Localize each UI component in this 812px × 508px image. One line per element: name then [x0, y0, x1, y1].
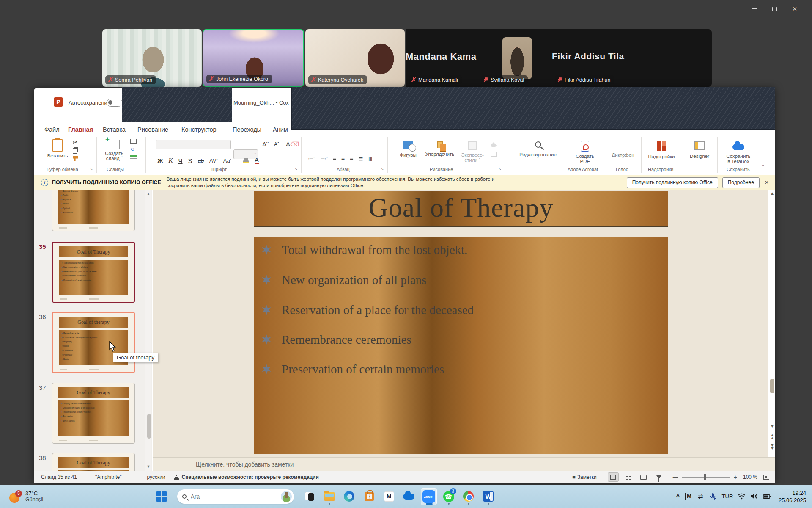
weather-widget[interactable]: 5 37°C Güneşli [9, 490, 43, 503]
volume-icon[interactable] [749, 490, 760, 503]
terabox-save-button[interactable]: Сохранить в TeraBox [721, 141, 756, 164]
search-box[interactable] [177, 489, 294, 504]
slide-content-box[interactable]: Total withdrawal from the lost objekt. N… [254, 237, 668, 454]
slide-layout-icon[interactable] [130, 139, 137, 144]
video-tile-mandana[interactable]: Mandana Kamali Mandana Kamali [406, 29, 477, 87]
video-tile-semra[interactable]: Semra Pehlivan [102, 29, 202, 87]
video-tile-john[interactable]: John Ekemezie Okoro [203, 29, 304, 87]
dialog-launcher-icon[interactable]: ↘ [90, 167, 93, 171]
strikethrough-button[interactable]: S [188, 157, 192, 164]
taskbar-item-edge[interactable] [341, 488, 357, 505]
clear-format-icon[interactable]: A⌫ [286, 141, 299, 148]
taskbar-item-m-app[interactable]: M [381, 488, 397, 505]
italic-button[interactable]: К [169, 157, 173, 164]
zoom-in-button[interactable]: + [734, 474, 737, 480]
paste-button[interactable]: Вставить ˇ [46, 138, 69, 163]
taskbar-item-zoom[interactable]: zoom [421, 488, 437, 505]
tab-file[interactable]: Файл [44, 125, 60, 134]
taskbar-item-chrome[interactable] [461, 488, 477, 505]
taskbar-item-whatsapp[interactable]: ☎ 3 [441, 488, 457, 505]
quick-styles-button[interactable]: Экспресс- стили ˇ [458, 141, 487, 163]
tab-home[interactable]: Главная [68, 125, 93, 134]
taskbar-item-onedrive[interactable] [401, 488, 417, 505]
notes-toggle[interactable]: Заметки [577, 474, 597, 480]
dictate-button[interactable]: Диктофон ˇ [607, 141, 639, 162]
notes-pane[interactable]: Щелкните, чтобы добавить заметки [153, 457, 775, 471]
tray-settings-icon[interactable]: ⇄ [695, 490, 706, 503]
taskbar-item-word[interactable]: W [480, 488, 497, 505]
zoom-level[interactable]: 100 % [743, 474, 757, 480]
highlight-button[interactable] [243, 158, 249, 163]
character-spacing-button[interactable]: AVˇ [209, 157, 218, 164]
wifi-icon[interactable] [736, 490, 747, 503]
previous-slide-button[interactable]: ▲▲ [769, 433, 775, 439]
zoom-slider[interactable] [682, 477, 730, 478]
autosave-toggle[interactable] [107, 99, 123, 107]
minimize-button[interactable] [747, 3, 761, 14]
bullets-icon[interactable]: ≔ˇ [308, 156, 315, 163]
learn-more-button[interactable]: Подробнее [722, 177, 760, 188]
taskbar-item-file-explorer[interactable] [321, 488, 337, 505]
battery-icon[interactable] [762, 490, 773, 503]
search-input[interactable] [190, 493, 262, 500]
slide-sorter-view-button[interactable] [623, 472, 634, 482]
start-button[interactable] [154, 488, 170, 505]
editor-scrollbar-thumb[interactable] [770, 379, 774, 393]
increase-font-icon[interactable]: Aˆ [262, 141, 269, 148]
dialog-launcher-icon[interactable]: ↘ [498, 167, 502, 171]
new-slide-button[interactable]: Создать слайд ˇ [101, 139, 128, 161]
tab-transitions[interactable]: Переходы [232, 125, 262, 134]
dialog-launcher-icon[interactable]: ↘ [381, 167, 384, 171]
slide-thumbnail-34[interactable]: External Changes Bodily Psychical Mental… [52, 190, 135, 231]
scroll-up-icon[interactable]: ▲ [146, 192, 151, 196]
section-icon[interactable] [130, 155, 137, 157]
slide-thumbnail-36[interactable]: Goal of therapy Remembrance rite Continu… [52, 312, 135, 373]
banner-close-icon[interactable]: ✕ [765, 179, 769, 185]
accessibility-status[interactable]: Специальные возможности: проверьте реком… [182, 474, 319, 480]
slide-thumbnail-37[interactable]: Goal of Therapy Obeying the will of the … [52, 383, 135, 444]
tray-m-app-icon[interactable]: M [685, 493, 693, 500]
tab-design[interactable]: Конструктор [181, 125, 217, 134]
format-painter-icon[interactable] [73, 156, 78, 161]
tab-insert[interactable]: Вставка [102, 125, 126, 134]
clock-widget[interactable]: 19:24 25.06.2025 [779, 489, 806, 504]
next-slide-button[interactable]: ▼▼ [769, 444, 775, 450]
underline-button[interactable]: Ч [178, 157, 183, 164]
video-tile-kateryna[interactable]: Kateryna Ovcharek [305, 29, 405, 87]
video-tile-fikir[interactable]: Fikir Addisu Tila... Fikir Addisu Tilahu… [552, 29, 625, 87]
panel-scrollbar-thumb[interactable] [147, 414, 151, 439]
slide-thumbnail-38[interactable]: Goal of Therapy [52, 453, 135, 471]
align-left-icon[interactable]: ≡ [333, 156, 336, 163]
tab-draw[interactable]: Рисование [137, 125, 169, 134]
language-switcher[interactable]: TUR [720, 490, 735, 503]
reset-slide-icon[interactable]: ↻ [130, 146, 137, 152]
justify-icon[interactable]: ≣ [358, 156, 363, 163]
addins-button[interactable]: Надстройки [645, 141, 678, 159]
editor-scroll-up-icon[interactable]: ▲ [769, 191, 775, 196]
zoom-out-button[interactable]: — [673, 474, 678, 480]
reading-view-button[interactable] [638, 472, 649, 482]
change-case-button[interactable]: Aaˇ [223, 157, 231, 164]
editing-button[interactable]: Редактирование ˇ [514, 141, 562, 162]
font-color-button[interactable]: А [255, 157, 259, 164]
normal-view-button[interactable] [608, 472, 619, 482]
get-genuine-office-button[interactable]: Получить подлинную копию Office [627, 177, 718, 188]
scroll-down-icon[interactable]: ▼ [146, 464, 151, 469]
dialog-launcher-icon[interactable]: ↘ [294, 167, 298, 171]
copy-icon[interactable] [73, 148, 77, 154]
editor-scroll-down-icon[interactable]: ▼ [769, 424, 775, 428]
align-center-icon[interactable]: ≡ [341, 156, 345, 163]
arrange-button[interactable]: Упорядочить ˇ [424, 141, 456, 161]
shape-outline-icon[interactable] [491, 152, 497, 157]
numbering-icon[interactable]: ≕ˇ [320, 156, 327, 163]
text-shadow-button[interactable]: ab [198, 157, 204, 164]
video-tile-svitlana[interactable]: Svitlana Koval [478, 29, 551, 87]
designer-button[interactable]: Designer [684, 141, 715, 159]
bold-button[interactable]: Ж [157, 157, 163, 164]
slideshow-button[interactable] [653, 472, 664, 482]
shapes-button[interactable]: Фигуры ˇ [394, 141, 422, 162]
tab-animations[interactable]: Аним [272, 125, 288, 134]
cut-icon[interactable]: ✂ [73, 139, 78, 146]
language-indicator[interactable]: русский [147, 474, 165, 480]
shape-fill-icon[interactable] [491, 142, 497, 147]
